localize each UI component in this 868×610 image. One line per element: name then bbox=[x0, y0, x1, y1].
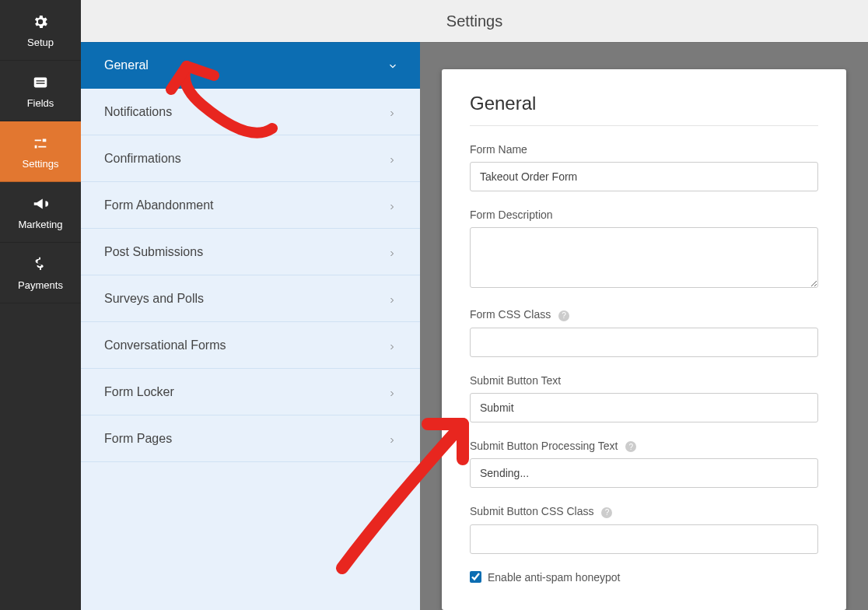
settings-item-label: Surveys and Polls bbox=[104, 292, 204, 306]
settings-item-label: Post Submissions bbox=[104, 245, 203, 259]
chevron-down-icon bbox=[387, 61, 397, 70]
settings-item-abandonment[interactable]: Form Abandonment bbox=[81, 182, 420, 229]
settings-item-post-submissions[interactable]: Post Submissions bbox=[81, 229, 420, 275]
nav-label: Fields bbox=[27, 97, 54, 109]
nav-setup[interactable]: Setup bbox=[0, 0, 81, 61]
sliders-icon bbox=[30, 133, 51, 153]
svg-rect-0 bbox=[34, 78, 47, 88]
field-submit-css-class: Submit Button CSS Class ? bbox=[470, 505, 818, 554]
chevron-right-icon bbox=[387, 247, 397, 257]
chevron-right-icon bbox=[387, 154, 397, 163]
nav-settings[interactable]: Settings bbox=[0, 121, 81, 182]
input-form-name[interactable] bbox=[470, 162, 818, 191]
label-submit-text: Submit Button Text bbox=[470, 374, 818, 387]
page-title: Settings bbox=[446, 12, 502, 30]
nav-marketing[interactable]: Marketing bbox=[0, 182, 81, 243]
chevron-right-icon bbox=[387, 201, 397, 210]
form-icon bbox=[30, 72, 51, 93]
help-icon[interactable]: ? bbox=[601, 507, 612, 518]
bullhorn-icon bbox=[30, 194, 51, 214]
settings-item-conversational[interactable]: Conversational Forms bbox=[81, 322, 420, 369]
settings-item-general[interactable]: General bbox=[81, 42, 420, 89]
settings-item-notifications[interactable]: Notifications bbox=[81, 89, 420, 135]
primary-nav: Setup Fields Settings Marketing Payments bbox=[0, 0, 81, 610]
topbar: Settings bbox=[81, 0, 868, 42]
field-form-css-class: Form CSS Class ? bbox=[470, 308, 818, 357]
svg-rect-2 bbox=[37, 82, 45, 83]
settings-item-label: Form Pages bbox=[104, 432, 172, 446]
settings-menu: General Notifications Confirmations Form… bbox=[81, 42, 420, 610]
chevron-right-icon bbox=[387, 387, 397, 397]
label-text: Submit Button CSS Class bbox=[470, 505, 594, 517]
settings-item-label: Form Abandonment bbox=[104, 198, 214, 212]
field-form-name: Form Name bbox=[470, 143, 818, 191]
settings-item-confirmations[interactable]: Confirmations bbox=[81, 135, 420, 182]
settings-item-label: Conversational Forms bbox=[104, 338, 226, 352]
settings-item-label: Confirmations bbox=[104, 152, 181, 166]
input-submit-processing[interactable] bbox=[470, 458, 818, 488]
nav-label: Marketing bbox=[18, 219, 62, 230]
label-submit-css-class: Submit Button CSS Class ? bbox=[470, 505, 818, 518]
field-submit-processing: Submit Button Processing Text ? bbox=[470, 440, 818, 489]
settings-item-surveys[interactable]: Surveys and Polls bbox=[81, 275, 420, 322]
checkbox-antispam[interactable] bbox=[470, 571, 481, 583]
content-area: General Form Name Form Description Form … bbox=[420, 42, 868, 610]
settings-item-label: General bbox=[104, 58, 149, 72]
nav-label: Payments bbox=[18, 279, 63, 291]
settings-item-form-pages[interactable]: Form Pages bbox=[81, 415, 420, 462]
field-form-description: Form Description bbox=[470, 209, 818, 291]
chevron-right-icon bbox=[387, 341, 397, 350]
settings-item-label: Notifications bbox=[104, 105, 172, 119]
nav-label: Setup bbox=[27, 37, 54, 48]
gear-icon bbox=[30, 12, 51, 32]
field-antispam: Enable anti-spam honeypot bbox=[470, 571, 818, 584]
chevron-right-icon bbox=[387, 434, 397, 443]
input-submit-text[interactable] bbox=[470, 393, 818, 422]
input-form-css-class[interactable] bbox=[470, 328, 818, 357]
chevron-right-icon bbox=[387, 107, 397, 117]
label-text: Form CSS Class bbox=[470, 308, 551, 321]
label-submit-processing: Submit Button Processing Text ? bbox=[470, 440, 818, 453]
nav-fields[interactable]: Fields bbox=[0, 61, 81, 121]
nav-label: Settings bbox=[23, 158, 59, 170]
label-form-description: Form Description bbox=[470, 209, 818, 221]
settings-item-form-locker[interactable]: Form Locker bbox=[81, 369, 420, 415]
general-panel: General Form Name Form Description Form … bbox=[442, 69, 846, 610]
input-submit-css-class[interactable] bbox=[470, 524, 818, 554]
textarea-form-description[interactable] bbox=[470, 227, 818, 288]
label-antispam: Enable anti-spam honeypot bbox=[488, 571, 620, 584]
label-text: Submit Button Processing Text bbox=[470, 440, 618, 452]
dollar-icon bbox=[30, 254, 51, 275]
nav-payments[interactable]: Payments bbox=[0, 243, 81, 303]
label-form-css-class: Form CSS Class ? bbox=[470, 308, 818, 321]
label-form-name: Form Name bbox=[470, 143, 818, 156]
settings-item-label: Form Locker bbox=[104, 385, 174, 399]
help-icon[interactable]: ? bbox=[558, 310, 569, 321]
svg-rect-1 bbox=[37, 80, 45, 81]
panel-heading: General bbox=[470, 93, 818, 126]
help-icon[interactable]: ? bbox=[625, 441, 636, 452]
field-submit-text: Submit Button Text bbox=[470, 374, 818, 422]
chevron-right-icon bbox=[387, 294, 397, 303]
